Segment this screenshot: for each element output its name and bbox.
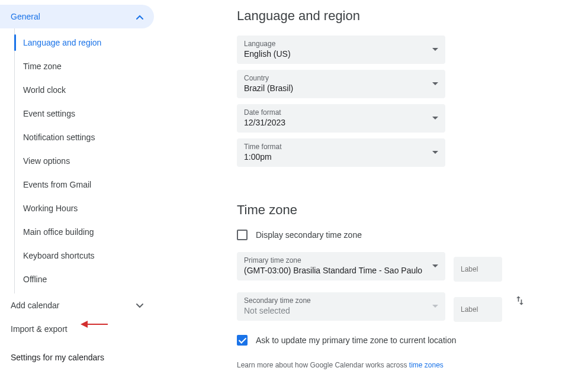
caret-down-icon [432,117,438,120]
sidebar-item-label: Keyboard shortcuts [23,251,95,260]
sidebar-item-events-gmail[interactable]: Events from Gmail [15,173,154,196]
caret-down-icon [432,151,438,154]
sidebar-item-notification-settings[interactable]: Notification settings [15,125,154,149]
dropdown-label: Time format [244,142,282,151]
sidebar-item-offline[interactable]: Offline [15,267,154,291]
caret-down-icon [432,82,438,85]
input-secondary-label [454,297,502,322]
sidebar-item-label: Language and region [23,38,101,47]
link-time-zones[interactable]: time zones [409,361,444,369]
sidebar-item-world-clock[interactable]: World clock [15,78,154,102]
sidebar-item-event-settings[interactable]: Event settings [15,102,154,125]
help-text: Learn more about how Google Calendar wor… [237,361,588,369]
main-content: Language and region Language English (US… [154,0,588,369]
sidebar: General Language and region Time zone Wo… [0,0,154,369]
help-text-prefix: Learn more about how Google Calendar wor… [237,361,409,369]
dropdown-language[interactable]: Language English (US) [237,36,445,64]
dropdown-date-format[interactable]: Date format 12/31/2023 [237,104,445,133]
dropdown-value: 12/31/2023 [244,117,285,128]
sidebar-item-label: Main office building [23,227,94,237]
dropdown-label: Language [244,39,291,49]
dropdown-label: Country [244,73,293,83]
caret-down-icon [432,264,438,267]
dropdown-secondary-timezone: Secondary time zone Not selected [237,292,445,321]
sidebar-import-export[interactable]: Import & export [0,317,154,341]
checkbox-display-secondary[interactable] [237,230,248,240]
sidebar-item-label: Working Hours [23,204,78,213]
sidebar-section-label: General [11,12,40,21]
sidebar-item-label: Event settings [23,109,75,118]
sidebar-item-working-hours[interactable]: Working Hours [15,196,154,220]
sidebar-item-view-options[interactable]: View options [15,149,154,173]
dropdown-value: English (US) [244,49,291,59]
dropdown-value: Not selected [244,305,311,316]
sidebar-item-label: View options [23,156,70,166]
sidebar-add-calendar[interactable]: Add calendar [0,293,154,317]
sidebar-item-label: World clock [23,85,66,95]
swap-timezones-icon[interactable] [510,291,529,312]
sidebar-item-keyboard-shortcuts[interactable]: Keyboard shortcuts [15,244,154,267]
sidebar-item-label: Time zone [23,62,62,71]
checkbox-ask-update[interactable] [237,335,248,346]
dropdown-primary-timezone[interactable]: Primary time zone (GMT-03:00) Brasilia S… [237,252,445,280]
input-primary-label[interactable] [454,257,502,282]
chevron-down-icon [136,301,143,310]
sidebar-item-main-office[interactable]: Main office building [15,220,154,244]
sidebar-item-label: Offline [23,275,47,284]
sidebar-item-label: Events from Gmail [23,180,91,189]
caret-down-icon [432,48,438,51]
dropdown-label: Date format [244,108,285,117]
sidebar-plain-label: Import & export [11,324,68,334]
checkbox-label: Ask to update my primary time zone to cu… [256,335,456,345]
dropdown-label: Primary time zone [244,256,422,265]
sidebar-settings-heading: Settings for my calendars [0,341,154,367]
sidebar-item-time-zone[interactable]: Time zone [15,54,154,78]
section-title-language-region: Language and region [237,8,588,24]
dropdown-country[interactable]: Country Brazil (Brasil) [237,70,445,98]
dropdown-value: Brazil (Brasil) [244,83,293,93]
checkbox-label: Display secondary time zone [256,230,362,240]
dropdown-value: (GMT-03:00) Brasilia Standard Time - Sao… [244,265,422,276]
dropdown-value: 1:00pm [244,151,282,162]
sidebar-item-language-region[interactable]: Language and region [15,31,154,54]
sidebar-section-general[interactable]: General [0,5,154,28]
dropdown-time-format[interactable]: Time format 1:00pm [237,138,445,167]
chevron-up-icon [136,12,143,21]
sidebar-item-label: Notification settings [23,133,95,142]
sidebar-items: Language and region Time zone World cloc… [14,28,154,293]
caret-down-icon [432,305,438,308]
sidebar-plain-label: Add calendar [11,301,60,310]
section-title-time-zone: Time zone [237,202,588,218]
dropdown-label: Secondary time zone [244,296,311,305]
